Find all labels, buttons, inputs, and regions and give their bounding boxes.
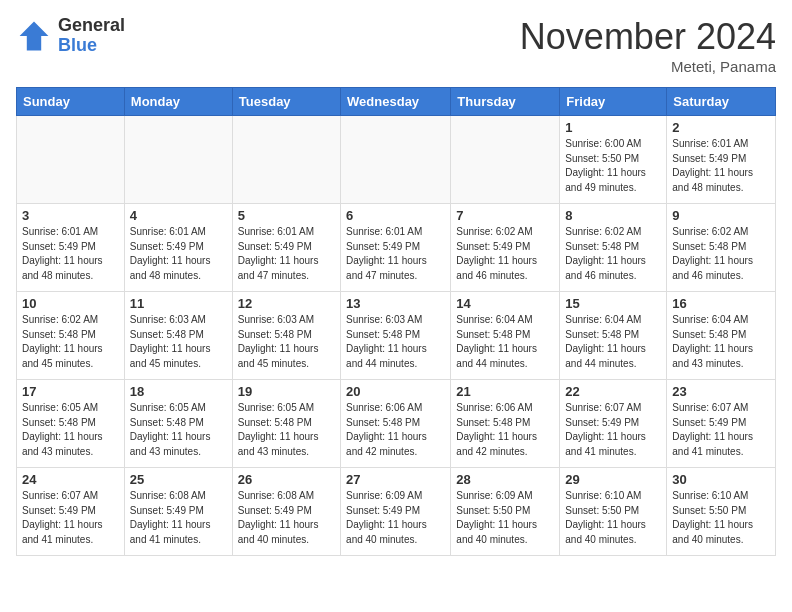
cell-content: Sunrise: 6:02 AMSunset: 5:48 PMDaylight:… xyxy=(565,225,661,283)
cell-line: Daylight: 11 hours and 41 minutes. xyxy=(672,431,753,457)
week-row-4: 17Sunrise: 6:05 AMSunset: 5:48 PMDayligh… xyxy=(17,380,776,468)
location: Meteti, Panama xyxy=(520,58,776,75)
day-header-friday: Friday xyxy=(560,88,667,116)
cell-line: Sunrise: 6:06 AM xyxy=(346,402,422,413)
day-number: 29 xyxy=(565,472,661,487)
calendar-cell: 28Sunrise: 6:09 AMSunset: 5:50 PMDayligh… xyxy=(451,468,560,556)
calendar-cell: 11Sunrise: 6:03 AMSunset: 5:48 PMDayligh… xyxy=(124,292,232,380)
cell-line: Daylight: 11 hours and 40 minutes. xyxy=(238,519,319,545)
cell-line: Sunrise: 6:08 AM xyxy=(130,490,206,501)
day-number: 12 xyxy=(238,296,335,311)
calendar-cell: 29Sunrise: 6:10 AMSunset: 5:50 PMDayligh… xyxy=(560,468,667,556)
cell-line: Sunset: 5:49 PM xyxy=(565,417,639,428)
logo-general: General xyxy=(58,16,125,36)
calendar-cell xyxy=(451,116,560,204)
cell-line: Sunset: 5:49 PM xyxy=(130,505,204,516)
cell-line: Sunrise: 6:04 AM xyxy=(456,314,532,325)
week-row-3: 10Sunrise: 6:02 AMSunset: 5:48 PMDayligh… xyxy=(17,292,776,380)
cell-line: Daylight: 11 hours and 46 minutes. xyxy=(672,255,753,281)
day-number: 24 xyxy=(22,472,119,487)
day-number: 3 xyxy=(22,208,119,223)
calendar-cell: 18Sunrise: 6:05 AMSunset: 5:48 PMDayligh… xyxy=(124,380,232,468)
cell-content: Sunrise: 6:02 AMSunset: 5:48 PMDaylight:… xyxy=(22,313,119,371)
cell-line: Daylight: 11 hours and 43 minutes. xyxy=(130,431,211,457)
cell-line: Daylight: 11 hours and 47 minutes. xyxy=(238,255,319,281)
calendar-cell: 23Sunrise: 6:07 AMSunset: 5:49 PMDayligh… xyxy=(667,380,776,468)
cell-line: Sunrise: 6:02 AM xyxy=(672,226,748,237)
calendar-cell: 24Sunrise: 6:07 AMSunset: 5:49 PMDayligh… xyxy=(17,468,125,556)
cell-line: Sunrise: 6:08 AM xyxy=(238,490,314,501)
calendar-cell: 19Sunrise: 6:05 AMSunset: 5:48 PMDayligh… xyxy=(232,380,340,468)
cell-line: Sunset: 5:48 PM xyxy=(456,417,530,428)
day-number: 14 xyxy=(456,296,554,311)
cell-line: Daylight: 11 hours and 41 minutes. xyxy=(130,519,211,545)
day-number: 20 xyxy=(346,384,445,399)
cell-content: Sunrise: 6:00 AMSunset: 5:50 PMDaylight:… xyxy=(565,137,661,195)
cell-line: Sunrise: 6:02 AM xyxy=(456,226,532,237)
cell-line: Sunset: 5:49 PM xyxy=(130,241,204,252)
cell-content: Sunrise: 6:01 AMSunset: 5:49 PMDaylight:… xyxy=(22,225,119,283)
cell-line: Sunrise: 6:01 AM xyxy=(22,226,98,237)
day-number: 27 xyxy=(346,472,445,487)
cell-line: Sunset: 5:48 PM xyxy=(130,329,204,340)
cell-content: Sunrise: 6:05 AMSunset: 5:48 PMDaylight:… xyxy=(130,401,227,459)
day-number: 17 xyxy=(22,384,119,399)
cell-line: Sunset: 5:48 PM xyxy=(22,329,96,340)
day-number: 1 xyxy=(565,120,661,135)
day-number: 7 xyxy=(456,208,554,223)
cell-line: Daylight: 11 hours and 45 minutes. xyxy=(130,343,211,369)
month-title: November 2024 xyxy=(520,16,776,58)
cell-line: Daylight: 11 hours and 46 minutes. xyxy=(565,255,646,281)
cell-content: Sunrise: 6:07 AMSunset: 5:49 PMDaylight:… xyxy=(672,401,770,459)
cell-content: Sunrise: 6:03 AMSunset: 5:48 PMDaylight:… xyxy=(238,313,335,371)
calendar-cell: 15Sunrise: 6:04 AMSunset: 5:48 PMDayligh… xyxy=(560,292,667,380)
cell-content: Sunrise: 6:01 AMSunset: 5:49 PMDaylight:… xyxy=(238,225,335,283)
cell-line: Sunrise: 6:02 AM xyxy=(565,226,641,237)
day-number: 19 xyxy=(238,384,335,399)
cell-line: Daylight: 11 hours and 49 minutes. xyxy=(565,167,646,193)
cell-line: Daylight: 11 hours and 40 minutes. xyxy=(565,519,646,545)
day-number: 13 xyxy=(346,296,445,311)
cell-line: Daylight: 11 hours and 43 minutes. xyxy=(238,431,319,457)
cell-line: Daylight: 11 hours and 43 minutes. xyxy=(672,343,753,369)
page-header: General Blue November 2024 Meteti, Panam… xyxy=(16,16,776,75)
cell-line: Daylight: 11 hours and 44 minutes. xyxy=(565,343,646,369)
cell-line: Daylight: 11 hours and 48 minutes. xyxy=(22,255,103,281)
cell-content: Sunrise: 6:10 AMSunset: 5:50 PMDaylight:… xyxy=(565,489,661,547)
week-row-2: 3Sunrise: 6:01 AMSunset: 5:49 PMDaylight… xyxy=(17,204,776,292)
cell-line: Sunset: 5:48 PM xyxy=(456,329,530,340)
calendar-cell: 12Sunrise: 6:03 AMSunset: 5:48 PMDayligh… xyxy=(232,292,340,380)
calendar-cell: 27Sunrise: 6:09 AMSunset: 5:49 PMDayligh… xyxy=(341,468,451,556)
cell-content: Sunrise: 6:09 AMSunset: 5:50 PMDaylight:… xyxy=(456,489,554,547)
calendar-cell: 13Sunrise: 6:03 AMSunset: 5:48 PMDayligh… xyxy=(341,292,451,380)
cell-content: Sunrise: 6:05 AMSunset: 5:48 PMDaylight:… xyxy=(22,401,119,459)
day-header-thursday: Thursday xyxy=(451,88,560,116)
logo-icon xyxy=(16,18,52,54)
cell-line: Sunset: 5:49 PM xyxy=(456,241,530,252)
cell-content: Sunrise: 6:03 AMSunset: 5:48 PMDaylight:… xyxy=(130,313,227,371)
cell-line: Sunset: 5:49 PM xyxy=(22,505,96,516)
day-number: 23 xyxy=(672,384,770,399)
day-header-tuesday: Tuesday xyxy=(232,88,340,116)
calendar-cell: 30Sunrise: 6:10 AMSunset: 5:50 PMDayligh… xyxy=(667,468,776,556)
cell-content: Sunrise: 6:04 AMSunset: 5:48 PMDaylight:… xyxy=(456,313,554,371)
calendar-cell: 9Sunrise: 6:02 AMSunset: 5:48 PMDaylight… xyxy=(667,204,776,292)
cell-content: Sunrise: 6:08 AMSunset: 5:49 PMDaylight:… xyxy=(238,489,335,547)
cell-line: Sunrise: 6:03 AM xyxy=(238,314,314,325)
cell-content: Sunrise: 6:07 AMSunset: 5:49 PMDaylight:… xyxy=(22,489,119,547)
day-number: 11 xyxy=(130,296,227,311)
day-number: 8 xyxy=(565,208,661,223)
cell-line: Sunset: 5:48 PM xyxy=(346,329,420,340)
cell-line: Sunrise: 6:03 AM xyxy=(130,314,206,325)
calendar-cell: 17Sunrise: 6:05 AMSunset: 5:48 PMDayligh… xyxy=(17,380,125,468)
calendar-cell: 7Sunrise: 6:02 AMSunset: 5:49 PMDaylight… xyxy=(451,204,560,292)
cell-line: Sunrise: 6:00 AM xyxy=(565,138,641,149)
day-number: 21 xyxy=(456,384,554,399)
cell-line: Daylight: 11 hours and 42 minutes. xyxy=(346,431,427,457)
cell-line: Sunset: 5:50 PM xyxy=(672,505,746,516)
cell-line: Sunrise: 6:07 AM xyxy=(672,402,748,413)
week-row-1: 1Sunrise: 6:00 AMSunset: 5:50 PMDaylight… xyxy=(17,116,776,204)
cell-line: Sunrise: 6:05 AM xyxy=(22,402,98,413)
cell-line: Sunset: 5:49 PM xyxy=(238,505,312,516)
cell-line: Sunset: 5:49 PM xyxy=(672,153,746,164)
